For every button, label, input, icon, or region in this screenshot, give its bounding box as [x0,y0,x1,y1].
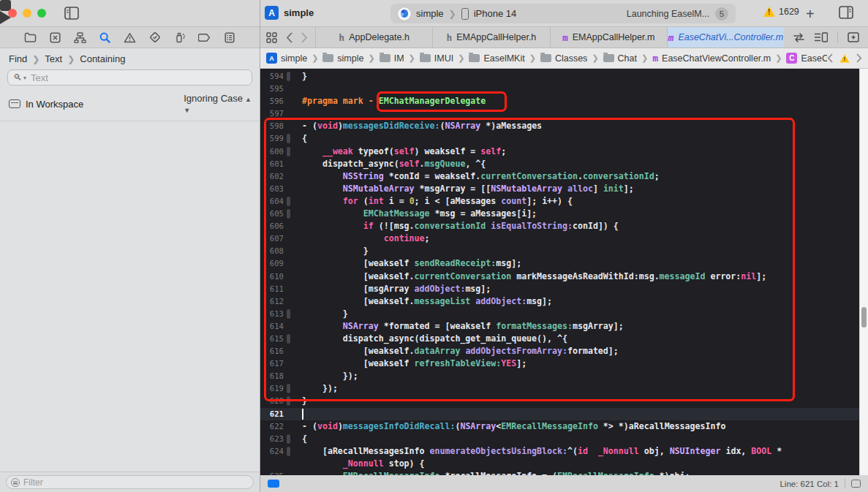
code-line-620[interactable]: 620} [260,395,859,407]
tests-navigator-icon[interactable] [148,31,161,44]
breakpoints-navigator-icon[interactable] [198,31,211,44]
editor-tab-emappcallhelper-h[interactable]: hEMAppCallHelper.h [432,27,549,48]
toggle-inspector-icon[interactable] [839,6,853,19]
tab-overview-icon[interactable] [266,32,277,43]
project-title: simple [284,7,314,18]
fold-ribbon[interactable] [284,333,293,345]
code-line-604[interactable]: 604 for (int i = 0; i < [aMessages count… [260,195,859,208]
code-line-600[interactable]: 600 __weak typeof(self) weakself = self; [260,145,859,158]
jumpbar-item-simple[interactable]: Asimple [266,53,307,64]
code-line-622[interactable]: 622- (void)messagesInfoDidRecall:(NSArra… [260,420,859,433]
fold-ribbon[interactable] [284,382,293,395]
code-line-597[interactable]: 597 [260,107,859,120]
code-review-icon[interactable] [793,33,805,42]
jumpbar-item-simple[interactable]: simple [322,53,363,64]
code-line-602[interactable]: 602 NSString *conId = weakself.currentCo… [260,170,859,183]
chevron-down-icon[interactable]: ▾ [23,75,26,81]
find-search-field[interactable]: 🔍︎ ▾ Text [7,69,252,86]
zoom-window-button[interactable] [37,9,46,18]
close-window-button[interactable] [8,9,17,18]
code-line-596[interactable]: 596#pragma mark - EMChatManagerDelegate [260,95,859,107]
fold-ribbon[interactable] [284,208,293,220]
issues-navigator-icon[interactable] [124,31,136,44]
fold-ribbon[interactable] [284,308,293,320]
code-line-598[interactable]: 598- (void)messagesDidReceive:(NSArray *… [260,120,859,132]
find-path-find[interactable]: Find [9,53,27,64]
symbols-navigator-icon[interactable] [74,31,86,44]
code-line-601[interactable]: 601 dispatch_async(self.msgQueue, ^{ [260,158,859,170]
code-line-605[interactable]: 605 EMChatMessage *msg = aMessages[i]; [260,208,859,220]
code-line-614[interactable]: 614 NSArray *formated = [weakself format… [260,320,859,333]
editor-tab-appdelegate-h[interactable]: hAppDelegate.h [315,27,432,48]
fold-ribbon[interactable] [284,445,293,458]
editor-display-icon[interactable] [851,480,861,488]
code-line-607[interactable]: 607 continue; [260,232,859,245]
fold-ribbon[interactable] [284,395,293,407]
code-line-595[interactable]: 595 [260,83,859,95]
code-line-613[interactable]: 613 } [260,308,859,320]
code-line-615[interactable]: 615 dispatch_async(dispatch_get_main_que… [260,333,859,345]
code-line-611[interactable]: 611 [msgArray addObject:msg]; [260,283,859,295]
find-options-path[interactable]: Find❯Text❯Containing [0,48,260,67]
add-editor-icon[interactable] [848,32,859,42]
code-line-616[interactable]: 616 [weakself.dataArray addObjectsFromAr… [260,345,859,357]
jumpbar-item-easelmkit[interactable]: EaselMKit [469,53,524,64]
editor-tab-emappcallhelper-m[interactable]: mEMAppCallHelper.m [550,27,667,48]
code-line-623[interactable]: 623{ [260,433,859,445]
go-back-icon[interactable] [286,32,293,43]
debug-navigator-icon[interactable] [173,31,186,44]
code-line-wrap[interactable]: _Nonnull stop) { [260,458,859,470]
reports-navigator-icon[interactable] [223,31,235,44]
fold-ribbon[interactable] [284,195,293,208]
jumpbar-item-easechatviewcontroller[interactable]: CEaseChatViewController [786,53,827,64]
code-line-621[interactable]: 621 [260,408,859,420]
jumpbar-item-imui[interactable]: IMUI [420,53,453,64]
source-control-navigator-icon[interactable] [49,31,61,44]
source-editor[interactable]: 594}595596#pragma mark - EMChatManagerDe… [260,69,859,475]
previous-issue-icon[interactable] [827,53,833,63]
add-tab-button[interactable]: + [806,6,815,23]
minimize-window-button[interactable] [23,9,31,18]
scope-label[interactable]: In Workspace [26,99,83,110]
scheme-device[interactable]: iPhone 14 [474,8,517,19]
code-line-603[interactable]: 603 NSMutableArray *msgArray = [[NSMutab… [260,183,859,195]
code-line-619[interactable]: 619 }); [260,382,859,395]
fold-ribbon[interactable] [284,132,293,145]
find-path-text[interactable]: Text [45,53,62,64]
sidebar-divider[interactable] [260,0,260,492]
code-line-599[interactable]: 599{ [260,132,859,145]
warnings-indicator[interactable]: 1629 [763,7,799,17]
jumpbar-item-easechatviewcontroller-m[interactable]: mEaseChatViewController.m [652,53,771,64]
code-line-610[interactable]: 610 [weakself.currentConversation markMe… [260,270,859,283]
jumpbar-item-im[interactable]: IM [380,53,404,64]
project-navigator-navigator-icon[interactable] [24,31,37,44]
go-forward-icon[interactable] [301,32,308,43]
code-line-625[interactable]: 625 EMRecallMessageInfo *recallMessageIn… [260,470,859,475]
filter-field[interactable]: Filter [6,475,254,489]
scheme-and-activity-capsule[interactable]: simple ❯ iPhone 14 Launching EaselM... 5 [390,4,736,23]
jumpbar-item-chat[interactable]: Chat [603,53,637,64]
next-issue-icon[interactable] [856,53,862,63]
fold-ribbon[interactable] [284,70,293,83]
jumpbar-item-classes[interactable]: Classes [540,53,587,64]
find-navigator-icon[interactable] [99,31,111,44]
code-line-617[interactable]: 617 [weakself refreshTableView:YES]; [260,357,859,370]
code-line-609[interactable]: 609 [weakself sendReadReceipt:msg]; [260,257,859,270]
toggle-navigator-icon[interactable] [64,7,79,20]
code-line-608[interactable]: 608 } [260,245,859,257]
scrollbar-thumb[interactable] [861,307,867,328]
code-line-594[interactable]: 594} [260,70,859,83]
fold-ribbon[interactable] [284,433,293,445]
editor-scrollbar[interactable] [859,69,868,475]
code-line-618[interactable]: 618 }); [260,370,859,382]
code-line-612[interactable]: 612 [weakself.messageList addObject:msg]… [260,295,859,308]
fold-ribbon[interactable] [284,145,293,158]
find-path-containing[interactable]: Containing [80,53,125,64]
case-mode-dropdown[interactable]: Ignoring Case▲▼ [184,93,251,115]
scheme-name[interactable]: simple [416,8,444,19]
code-line-606[interactable]: 606 if (![msg.conversationId isEqualToSt… [260,220,859,232]
adjust-editor-options-icon[interactable] [815,32,828,42]
code-line-624[interactable]: 624 [aRecallMessagesInfo enumerateObject… [260,445,859,458]
editor-tab-easechatvi-controller-m[interactable]: mEaseChatVi...Controller.m [667,27,784,48]
breakpoints-toggle-icon[interactable] [268,480,279,488]
